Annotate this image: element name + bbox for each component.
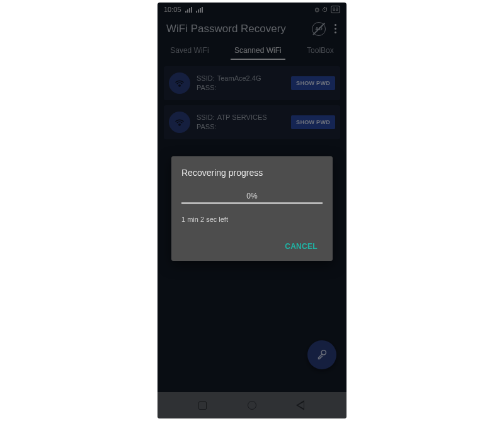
phone-frame: 10:05 ⊙ ⏱ 88 WiFi Password Recovery AD S… — [158, 3, 346, 418]
progress-bar — [181, 202, 323, 204]
time-remaining: 1 min 2 sec left — [181, 216, 323, 223]
dialog-title: Recovering progress — [181, 168, 323, 178]
progress-percent: 0% — [181, 192, 323, 200]
dialog-actions: CANCEL — [181, 238, 323, 255]
recovering-dialog: Recovering progress 0% 1 min 2 sec left … — [171, 156, 333, 261]
cancel-button[interactable]: CANCEL — [280, 238, 323, 255]
